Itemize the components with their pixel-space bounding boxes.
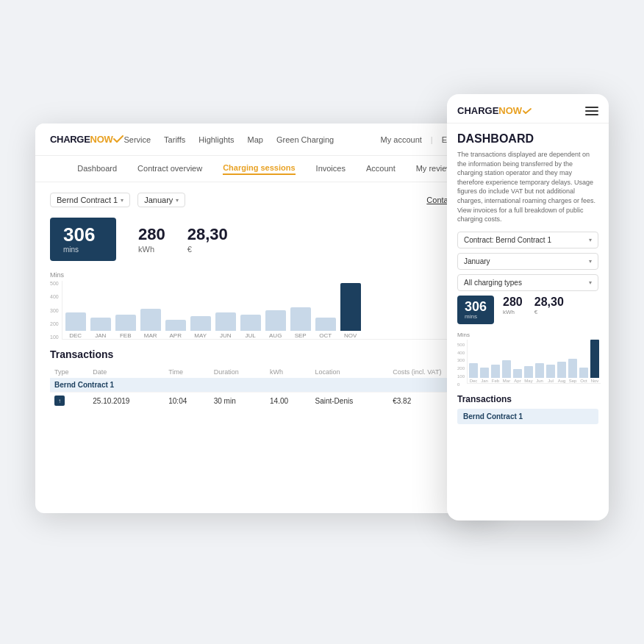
chart-y-label: Mins [50, 271, 484, 279]
subnav-invoices[interactable]: Invoices [316, 164, 346, 174]
topnav-highlights[interactable]: Highlights [198, 135, 234, 144]
mobile-chart-month-label: Jan [481, 379, 488, 383]
mobile-stat-mins: 306 mins [457, 296, 494, 324]
checkmark-icon [113, 132, 124, 146]
chart-bar-group: APR [165, 320, 186, 339]
col-location: Location [311, 366, 389, 378]
mobile-chart-bar [524, 366, 533, 378]
chart-bars: DECJANFEBMARAPRMAYJUNJULAUGSEPOCTNOV [62, 281, 484, 340]
chart-month-label: SEP [295, 332, 307, 339]
chart-bar [240, 315, 261, 331]
chart-month-label: JUL [246, 332, 256, 339]
subnav-contract-overview[interactable]: Contract overview [137, 164, 202, 174]
chart-bar [265, 310, 286, 331]
col-type: Type [50, 366, 88, 378]
mobile-chart-month-label: Dec [470, 379, 478, 383]
chart-bar [290, 307, 311, 331]
topnav-links: Service Tariffs Highlights Map Green Cha… [124, 135, 380, 144]
chart-area: Mins 500 400 300 200 100 DECJANFEBMARAPR… [50, 271, 484, 340]
table-row: ↑ 25.10.2019 10:04 30 min 14.00 Saint-De… [50, 393, 484, 409]
chevron-down-icon: ▾ [589, 279, 592, 286]
mobile-chart-bar-group: Sep [568, 359, 577, 383]
stat-cost: 28,30 € [187, 225, 228, 254]
mobile-chart-month-label: Mar [503, 379, 510, 383]
chart-bar-group: MAY [190, 316, 211, 339]
month-dropdown[interactable]: January ▾ [137, 193, 185, 207]
chart-month-label: FEB [120, 332, 132, 339]
stat-mins: 306 mins [50, 218, 116, 261]
chart-bar [90, 318, 111, 331]
chevron-down-icon: ▾ [589, 258, 592, 265]
stat-cost-label: € [187, 245, 228, 254]
chart-month-label: MAY [194, 332, 207, 339]
chart-bar-group: DEC [65, 312, 86, 339]
chart-month-label: JAN [95, 332, 106, 339]
mobile-charging-type-filter[interactable]: All charging types ▾ [457, 274, 598, 291]
stat-mins-value: 306 [63, 225, 103, 244]
mobile-chart-bar-group: Mar [502, 360, 511, 383]
mobile-stats: 306 mins 280 kWh 28,30 € [457, 296, 598, 324]
mobile-chart-bar-group: May [524, 366, 533, 383]
chart-bar [140, 309, 161, 331]
topnav-map[interactable]: Map [248, 135, 263, 144]
col-duration: Duration [210, 366, 265, 378]
stat-kwh-label: kWh [138, 245, 165, 254]
mobile-stat-kwh-value: 280 [503, 296, 523, 309]
mobile-chart-bar-group: Dec [469, 363, 478, 383]
topnav-service[interactable]: Service [124, 135, 151, 144]
chart-bar-group: JUN [215, 312, 236, 339]
mobile-topbar: CHARGENOW [447, 94, 609, 124]
chart-bar-group: SEP [290, 307, 311, 339]
chart-bar-group: FEB [115, 315, 136, 339]
transactions-table: Type Date Time Duration kWh Location Cos… [50, 366, 484, 409]
desktop-logo: CHARGENOW [50, 134, 124, 146]
mobile-chart-bar-group: Jun [535, 363, 544, 383]
desktop-mockup: CHARGENOW Service Tariffs Highlights Map… [35, 124, 498, 513]
mobile-chart-month-label: Feb [492, 379, 499, 383]
contract-dropdown[interactable]: Bernd Contract 1 ▾ [50, 193, 130, 207]
chevron-down-icon: ▾ [121, 197, 124, 204]
mobile-chart-bar [469, 363, 478, 378]
mobile-chart-bar-group: Apr [513, 369, 522, 383]
subnav-charging-sessions[interactable]: Charging sessions [223, 163, 295, 175]
stat-kwh: 280 kWh [138, 225, 165, 254]
mobile-logo-text: CHARGENOW [457, 105, 522, 116]
mobile-chart-bars: DecJanFebMarAprMayJunJulAugSepOctNov [467, 340, 601, 384]
topnav-green-charging[interactable]: Green Charging [276, 135, 334, 144]
mobile-chart-bar-group: Jan [480, 368, 489, 383]
mobile-chart-bar [535, 363, 544, 378]
subnav-dashboard[interactable]: Dashboard [77, 164, 117, 174]
mobile-page-title: DASHBOARD [457, 132, 598, 146]
mobile-chart-month-label: May [524, 379, 532, 383]
mobile-chart-month-label: Sep [569, 379, 577, 383]
row-duration: 30 min [210, 393, 265, 409]
topnav-myaccount[interactable]: My account [381, 135, 422, 144]
mobile-stat-cost-label: € [534, 309, 564, 315]
chart-month-label: MAR [144, 332, 157, 339]
mobile-chart-month-label: Oct [580, 379, 587, 383]
mobile-stat-mins-label: mins [465, 313, 487, 320]
row-date: 25.10.2019 [88, 393, 164, 409]
mobile-chart-month-label: Apr [514, 379, 520, 383]
mobile-checkmark-icon [523, 104, 532, 117]
transaction-type-icon: ↑ [54, 396, 65, 406]
chart-bar [115, 315, 136, 331]
subnav-account[interactable]: Account [366, 164, 396, 174]
mobile-month-filter[interactable]: January ▾ [457, 253, 598, 270]
mobile-chart-bar [546, 365, 555, 378]
chart-bar [165, 320, 186, 331]
mobile-chart-bar [491, 365, 500, 378]
hamburger-menu[interactable] [585, 107, 598, 115]
stats-row: 306 mins 280 kWh 28,30 € [50, 218, 484, 261]
mobile-chart-bar [579, 368, 588, 378]
mobile-chart-bar [557, 362, 566, 378]
mobile-contract-filter[interactable]: Contract: Bernd Contract 1 ▾ [457, 232, 598, 248]
topnav-tariffs[interactable]: Tariffs [164, 135, 185, 144]
chart-bar-group: MAR [140, 309, 161, 339]
chart-bar [215, 312, 236, 331]
desktop-topnav: CHARGENOW Service Tariffs Highlights Map… [35, 124, 498, 156]
chevron-down-icon: ▾ [176, 197, 179, 204]
mobile-chart-bar [480, 368, 489, 378]
mobile-chart-bar-group: Aug [557, 362, 566, 383]
mobile-contract-row: Bernd Contract 1 [457, 409, 598, 424]
